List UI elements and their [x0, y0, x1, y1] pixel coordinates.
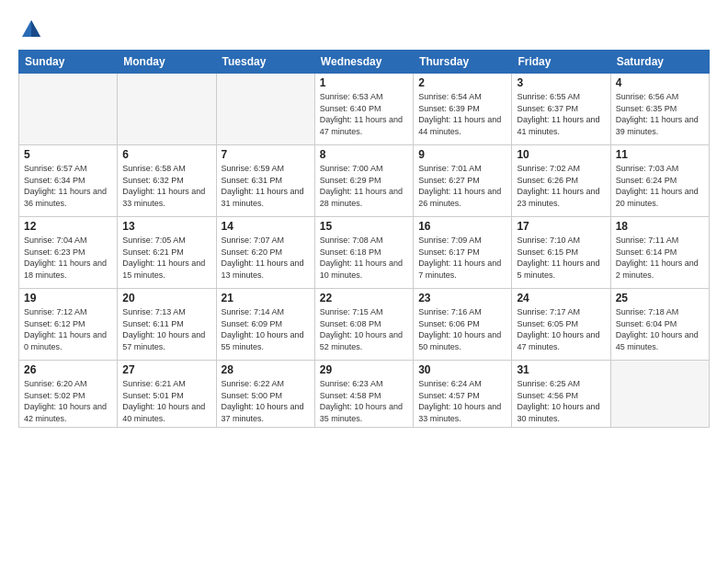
weekday-header-sunday: Sunday	[19, 51, 118, 74]
day-number: 29	[320, 363, 408, 376]
weekday-header-saturday: Saturday	[610, 51, 709, 74]
calendar-cell: 13Sunrise: 7:05 AM Sunset: 6:21 PM Dayli…	[118, 217, 216, 289]
day-number: 7	[222, 148, 310, 161]
calendar-table: SundayMondayTuesdayWednesdayThursdayFrid…	[18, 50, 710, 428]
weekday-header-wednesday: Wednesday	[314, 51, 413, 74]
day-number: 10	[517, 148, 605, 161]
calendar-cell: 29Sunrise: 6:23 AM Sunset: 4:58 PM Dayli…	[314, 361, 413, 428]
day-number: 9	[418, 148, 506, 161]
calendar-cell: 6Sunrise: 6:58 AM Sunset: 6:32 PM Daylig…	[118, 145, 216, 217]
day-info: Sunrise: 6:20 AM Sunset: 5:02 PM Dayligh…	[24, 378, 112, 424]
day-number: 8	[320, 148, 408, 161]
day-info: Sunrise: 7:01 AM Sunset: 6:27 PM Dayligh…	[418, 163, 506, 209]
weekday-header-monday: Monday	[118, 51, 216, 74]
day-number: 22	[320, 292, 408, 304]
day-number: 26	[24, 363, 112, 376]
day-info: Sunrise: 6:24 AM Sunset: 4:57 PM Dayligh…	[418, 378, 506, 424]
day-info: Sunrise: 6:55 AM Sunset: 6:37 PM Dayligh…	[517, 91, 605, 137]
day-number: 25	[616, 292, 704, 304]
calendar-cell: 25Sunrise: 7:18 AM Sunset: 6:04 PM Dayli…	[610, 289, 709, 361]
week-row-2: 12Sunrise: 7:04 AM Sunset: 6:23 PM Dayli…	[19, 217, 710, 289]
day-info: Sunrise: 7:18 AM Sunset: 6:04 PM Dayligh…	[616, 306, 704, 352]
day-number: 15	[320, 220, 408, 233]
day-number: 23	[418, 292, 506, 304]
day-info: Sunrise: 7:14 AM Sunset: 6:09 PM Dayligh…	[222, 306, 310, 352]
calendar-cell: 2Sunrise: 6:54 AM Sunset: 6:39 PM Daylig…	[414, 74, 512, 145]
week-row-3: 19Sunrise: 7:12 AM Sunset: 6:12 PM Dayli…	[19, 289, 710, 361]
week-row-1: 5Sunrise: 6:57 AM Sunset: 6:34 PM Daylig…	[19, 145, 710, 217]
day-number: 18	[616, 220, 704, 233]
day-info: Sunrise: 7:05 AM Sunset: 6:21 PM Dayligh…	[122, 235, 210, 281]
day-info: Sunrise: 7:07 AM Sunset: 6:20 PM Dayligh…	[222, 235, 310, 281]
calendar-cell: 20Sunrise: 7:13 AM Sunset: 6:11 PM Dayli…	[118, 289, 216, 361]
day-number: 2	[418, 76, 506, 89]
calendar-cell: 9Sunrise: 7:01 AM Sunset: 6:27 PM Daylig…	[414, 145, 512, 217]
day-number: 21	[222, 292, 310, 304]
day-number: 3	[517, 76, 605, 89]
day-number: 30	[418, 363, 506, 376]
day-info: Sunrise: 6:22 AM Sunset: 5:00 PM Dayligh…	[222, 378, 310, 424]
calendar-cell: 30Sunrise: 6:24 AM Sunset: 4:57 PM Dayli…	[414, 361, 512, 428]
calendar-cell: 17Sunrise: 7:10 AM Sunset: 6:15 PM Dayli…	[512, 217, 610, 289]
day-number: 13	[122, 220, 210, 233]
weekday-header-row: SundayMondayTuesdayWednesdayThursdayFrid…	[19, 51, 710, 74]
day-number: 20	[122, 292, 210, 304]
day-info: Sunrise: 7:04 AM Sunset: 6:23 PM Dayligh…	[24, 235, 112, 281]
calendar-cell	[610, 361, 709, 428]
svg-marker-1	[31, 20, 40, 37]
day-number: 27	[122, 363, 210, 376]
calendar-cell: 16Sunrise: 7:09 AM Sunset: 6:17 PM Dayli…	[414, 217, 512, 289]
calendar-cell: 24Sunrise: 7:17 AM Sunset: 6:05 PM Dayli…	[512, 289, 610, 361]
calendar-cell: 5Sunrise: 6:57 AM Sunset: 6:34 PM Daylig…	[19, 145, 118, 217]
weekday-header-friday: Friday	[512, 51, 610, 74]
day-number: 12	[24, 220, 112, 233]
header	[18, 17, 710, 42]
day-number: 16	[418, 220, 506, 233]
day-info: Sunrise: 6:25 AM Sunset: 4:56 PM Dayligh…	[517, 378, 605, 424]
calendar-cell: 21Sunrise: 7:14 AM Sunset: 6:09 PM Dayli…	[216, 289, 314, 361]
day-number: 17	[517, 220, 605, 233]
day-info: Sunrise: 6:57 AM Sunset: 6:34 PM Dayligh…	[24, 163, 112, 209]
calendar-cell: 7Sunrise: 6:59 AM Sunset: 6:31 PM Daylig…	[216, 145, 314, 217]
calendar-cell: 15Sunrise: 7:08 AM Sunset: 6:18 PM Dayli…	[314, 217, 413, 289]
calendar-cell: 11Sunrise: 7:03 AM Sunset: 6:24 PM Dayli…	[610, 145, 709, 217]
day-number: 4	[616, 76, 704, 89]
page: SundayMondayTuesdayWednesdayThursdayFrid…	[0, 0, 728, 563]
calendar-cell: 12Sunrise: 7:04 AM Sunset: 6:23 PM Dayli…	[19, 217, 118, 289]
calendar-cell: 23Sunrise: 7:16 AM Sunset: 6:06 PM Dayli…	[414, 289, 512, 361]
day-number: 28	[222, 363, 310, 376]
calendar-cell: 3Sunrise: 6:55 AM Sunset: 6:37 PM Daylig…	[512, 74, 610, 145]
day-info: Sunrise: 6:23 AM Sunset: 4:58 PM Dayligh…	[320, 378, 408, 424]
calendar-cell: 22Sunrise: 7:15 AM Sunset: 6:08 PM Dayli…	[314, 289, 413, 361]
logo	[18, 17, 48, 42]
calendar-cell	[19, 74, 118, 145]
day-info: Sunrise: 6:53 AM Sunset: 6:40 PM Dayligh…	[320, 91, 408, 137]
day-number: 24	[517, 292, 605, 304]
day-number: 31	[517, 363, 605, 376]
day-info: Sunrise: 6:54 AM Sunset: 6:39 PM Dayligh…	[418, 91, 506, 137]
day-info: Sunrise: 7:16 AM Sunset: 6:06 PM Dayligh…	[418, 306, 506, 352]
calendar-cell	[216, 74, 314, 145]
calendar-cell	[118, 74, 216, 145]
day-info: Sunrise: 6:21 AM Sunset: 5:01 PM Dayligh…	[122, 378, 210, 424]
calendar-cell: 14Sunrise: 7:07 AM Sunset: 6:20 PM Dayli…	[216, 217, 314, 289]
week-row-4: 26Sunrise: 6:20 AM Sunset: 5:02 PM Dayli…	[19, 361, 710, 428]
day-info: Sunrise: 7:10 AM Sunset: 6:15 PM Dayligh…	[517, 235, 605, 281]
day-number: 14	[222, 220, 310, 233]
day-info: Sunrise: 7:17 AM Sunset: 6:05 PM Dayligh…	[517, 306, 605, 352]
day-info: Sunrise: 6:58 AM Sunset: 6:32 PM Dayligh…	[122, 163, 210, 209]
weekday-header-tuesday: Tuesday	[216, 51, 314, 74]
day-info: Sunrise: 7:03 AM Sunset: 6:24 PM Dayligh…	[616, 163, 704, 209]
day-info: Sunrise: 7:00 AM Sunset: 6:29 PM Dayligh…	[320, 163, 408, 209]
calendar-cell: 10Sunrise: 7:02 AM Sunset: 6:26 PM Dayli…	[512, 145, 610, 217]
day-info: Sunrise: 6:56 AM Sunset: 6:35 PM Dayligh…	[616, 91, 704, 137]
day-info: Sunrise: 7:11 AM Sunset: 6:14 PM Dayligh…	[616, 235, 704, 281]
day-info: Sunrise: 6:59 AM Sunset: 6:31 PM Dayligh…	[222, 163, 310, 209]
calendar-cell: 18Sunrise: 7:11 AM Sunset: 6:14 PM Dayli…	[610, 217, 709, 289]
day-info: Sunrise: 7:08 AM Sunset: 6:18 PM Dayligh…	[320, 235, 408, 281]
day-info: Sunrise: 7:12 AM Sunset: 6:12 PM Dayligh…	[24, 306, 112, 352]
day-info: Sunrise: 7:15 AM Sunset: 6:08 PM Dayligh…	[320, 306, 408, 352]
calendar-cell: 4Sunrise: 6:56 AM Sunset: 6:35 PM Daylig…	[610, 74, 709, 145]
day-number: 19	[24, 292, 112, 304]
day-number: 6	[122, 148, 210, 161]
